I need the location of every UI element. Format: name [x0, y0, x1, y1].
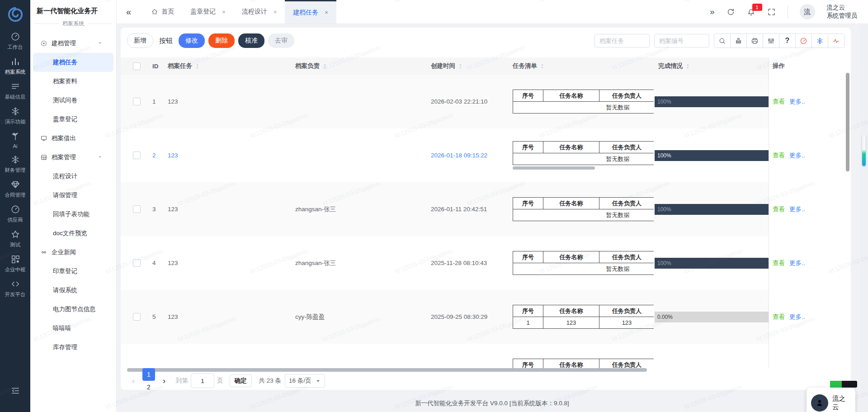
tool-question[interactable]: ? — [779, 34, 795, 47]
user-avatar[interactable]: 流 — [800, 4, 815, 19]
sidebar-item-企业新闻[interactable]: 企业新闻 — [33, 243, 113, 262]
refresh-icon[interactable] — [726, 8, 735, 16]
more-link[interactable]: 更多.. — [789, 98, 805, 106]
tool-gauge-red-icon[interactable] — [795, 34, 811, 47]
rail-item-工作台[interactable]: 工作台 — [5, 32, 26, 51]
tab-盖章登记[interactable]: 盖章登记× — [182, 0, 234, 24]
sidebar-item-请假管理[interactable]: 请假管理 — [33, 186, 113, 205]
rail-item-企业中枢[interactable]: 企业中枢 — [5, 254, 26, 273]
sidebar-item-label: 请假管理 — [53, 191, 77, 199]
toolbar-button-去审[interactable]: 去审 — [268, 33, 294, 48]
vertical-scrollbar[interactable] — [846, 73, 849, 171]
filter-input-档案任务[interactable] — [594, 34, 650, 47]
rail-item-供应商[interactable]: 供应商 — [5, 204, 26, 223]
tabs-expand-right-icon[interactable]: » — [710, 7, 715, 17]
tool-pulse-icon[interactable] — [828, 34, 844, 47]
rail-item-演示功能[interactable]: 演示功能 — [5, 106, 26, 125]
toolbar-button-删除[interactable]: 删除 — [208, 33, 235, 48]
toolbar-button-按钮[interactable]: 按钮 — [157, 33, 175, 48]
row-checkbox[interactable] — [133, 98, 141, 105]
cell-created[interactable]: 2026-01-18 09:15:22 — [422, 152, 510, 159]
sidebar-item-盖章登记[interactable]: 盖章登记 — [33, 110, 113, 129]
tab-首页[interactable]: 首页 — [143, 0, 182, 24]
view-link[interactable]: 查看 — [773, 205, 785, 213]
page-scrollbar-thumb[interactable] — [862, 134, 866, 166]
view-link[interactable]: 查看 — [773, 259, 785, 267]
sidebar-item-建档任务[interactable]: 建档任务 — [33, 53, 113, 72]
fullscreen-icon[interactable] — [767, 8, 776, 16]
rail-collapse-icon[interactable] — [0, 386, 30, 396]
horizontal-scrollbar[interactable] — [127, 368, 647, 372]
rail-item-测试[interactable]: 测试 — [5, 229, 26, 248]
rail-item-档案系统[interactable]: 档案系统 — [5, 57, 26, 76]
chat-widget[interactable]: 流之云 — [807, 388, 855, 412]
sidebar-item-doc文件预览[interactable]: doc文件预览 — [33, 224, 113, 243]
row-checkbox[interactable] — [133, 152, 141, 159]
filter-input-档案编号[interactable] — [654, 34, 709, 47]
notifications-bell-icon[interactable]: 1 — [747, 8, 755, 16]
sidebar-item-档案管理[interactable]: 档案管理 — [33, 148, 113, 167]
view-link[interactable]: 查看 — [773, 152, 785, 160]
next-page-button[interactable]: › — [158, 374, 170, 387]
column-header-档案负责[interactable]: 档案负责 — [286, 62, 422, 70]
toolbar-button-核准[interactable]: 核准 — [238, 33, 264, 48]
tool-search-icon[interactable] — [714, 34, 730, 47]
user-name-block[interactable]: 流之云 系统管理员 — [827, 4, 858, 19]
goto-confirm-button[interactable]: 确定 — [230, 374, 252, 387]
tool-stamp-icon[interactable] — [730, 34, 746, 47]
page-button-1[interactable]: 1 — [142, 368, 155, 381]
view-link[interactable]: 查看 — [773, 98, 785, 106]
sidebar-item-印章登记[interactable]: 印章登记 — [33, 262, 113, 281]
toolbar-button-修改[interactable]: 修改 — [179, 33, 205, 48]
rail-item-财务管理[interactable]: 财务管理 — [5, 155, 26, 174]
view-link[interactable]: 查看 — [773, 313, 785, 321]
sidebar-item-建档管理[interactable]: 建档管理 — [33, 34, 113, 53]
sidebar-item-测试问卷[interactable]: 测试问卷 — [33, 91, 113, 110]
page-size-select[interactable]: 16 条/页 — [285, 374, 325, 388]
column-header-任务清单[interactable]: 任务清单 — [510, 62, 655, 70]
close-icon[interactable]: × — [222, 9, 226, 15]
prev-page-button[interactable]: ‹ — [127, 374, 140, 387]
sidebar-item-档案资料[interactable]: 档案资料 — [33, 72, 113, 91]
tool-sliders-icon[interactable] — [763, 34, 779, 47]
more-link[interactable]: 更多.. — [789, 259, 805, 267]
select-all-checkbox[interactable] — [133, 62, 141, 70]
cell-id[interactable]: 2 — [146, 152, 168, 159]
cell-task[interactable]: 123 — [168, 152, 286, 159]
tab-流程设计[interactable]: 流程设计× — [234, 0, 285, 24]
page-button-2[interactable]: 2 — [142, 381, 155, 393]
sidebar-item-嘻嘻嘻[interactable]: 嘻嘻嘻 — [33, 319, 113, 338]
table-body: 11232026-02-03 22:21:10序号任务名称任务负责人暂无数据10… — [121, 75, 851, 369]
sidebar-item-档案借出[interactable]: 档案借出 — [33, 129, 113, 148]
tab-建档任务[interactable]: 建档任务× — [285, 0, 336, 24]
row-checkbox[interactable] — [133, 259, 141, 267]
chat-mini-bar[interactable] — [830, 381, 857, 388]
column-header-档案任务[interactable]: 档案任务 — [168, 62, 286, 70]
tabs-collapse-left-icon[interactable]: « — [126, 7, 131, 17]
close-icon[interactable]: × — [325, 9, 328, 16]
task-col-header: 序号 — [513, 142, 543, 153]
more-link[interactable]: 更多.. — [789, 205, 805, 213]
column-header-完成情况[interactable]: 完成情况 — [655, 62, 769, 70]
tool-printer-icon[interactable] — [746, 34, 763, 47]
tool-snow-blue-icon[interactable] — [811, 34, 828, 47]
rail-item-合同管理[interactable]: 合同管理 — [5, 180, 26, 199]
row-checkbox[interactable] — [133, 313, 141, 321]
close-icon[interactable]: × — [274, 9, 277, 15]
sidebar-item-回填子表功能[interactable]: 回填子表功能 — [33, 205, 113, 224]
task-table-hscroll-thumb[interactable] — [513, 166, 595, 170]
app-logo-icon[interactable] — [6, 5, 24, 24]
sidebar-item-库存管理[interactable]: 库存管理 — [33, 338, 113, 357]
rail-item-Ai[interactable]: Ai — [5, 131, 26, 149]
sidebar-item-流程设计[interactable]: 流程设计 — [33, 167, 113, 186]
more-link[interactable]: 更多.. — [789, 313, 805, 321]
row-checkbox[interactable] — [133, 205, 141, 213]
rail-item-基础信息[interactable]: 基础信息 — [5, 81, 26, 100]
column-header-创建时间[interactable]: 创建时间 — [422, 62, 510, 70]
toolbar-button-新增[interactable]: 新增 — [127, 33, 153, 48]
goto-page-input[interactable] — [191, 374, 214, 388]
sidebar-item-电力图节点信息[interactable]: 电力图节点信息 — [33, 300, 113, 319]
sidebar-item-请假系统[interactable]: 请假系统 — [33, 281, 113, 300]
rail-item-开发平台[interactable]: 开发平台 — [5, 279, 26, 298]
more-link[interactable]: 更多.. — [789, 152, 805, 160]
